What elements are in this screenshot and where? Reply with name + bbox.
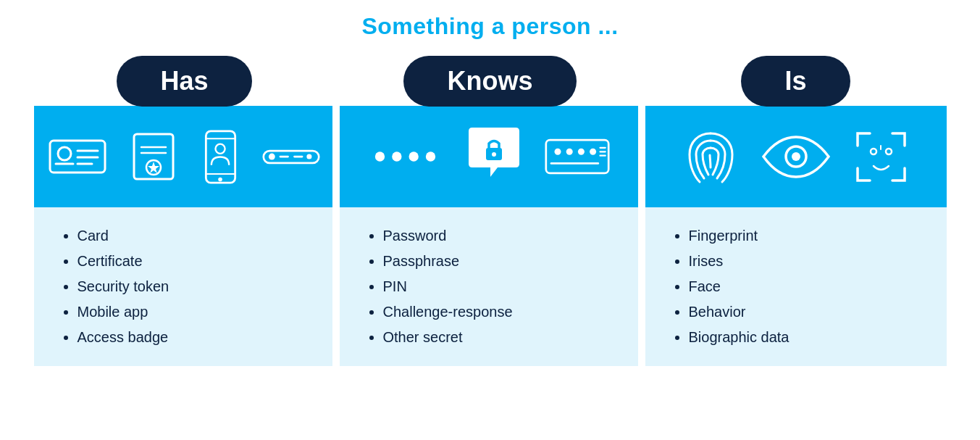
icon-area-knows <box>340 106 641 207</box>
svg-point-37 <box>792 152 800 161</box>
list-item: Face <box>689 274 918 299</box>
speech-bubble-lock-icon <box>465 128 523 186</box>
pill-knows: Knows <box>403 56 576 107</box>
svg-rect-27 <box>545 140 608 173</box>
svg-point-30 <box>577 149 584 155</box>
security-token-icon <box>262 144 320 170</box>
pin-pad-icon <box>545 138 610 175</box>
list-item: Card <box>78 223 306 249</box>
main-title: Something a person ... <box>361 13 618 40</box>
list-area-is: Fingerprint Irises Face Behavior Biograp… <box>645 207 947 366</box>
list-item: Other secret <box>383 325 612 350</box>
svg-point-28 <box>554 149 561 155</box>
svg-point-1 <box>58 147 71 160</box>
svg-point-38 <box>871 149 876 154</box>
columns-wrapper: Has <box>34 56 947 366</box>
list-item: Irises <box>689 249 918 274</box>
list-item: Fingerprint <box>689 223 918 249</box>
svg-point-15 <box>215 144 225 153</box>
pill-has: Has <box>117 56 251 107</box>
certificate-icon <box>128 131 179 182</box>
column-knows: Knows <box>340 56 641 366</box>
svg-point-20 <box>306 154 311 159</box>
icon-area-has <box>34 106 335 207</box>
list-area-has: Card Certificate Security token Mobile a… <box>34 207 335 366</box>
iris-eye-icon <box>760 133 832 180</box>
pill-is: Is <box>741 56 850 107</box>
is-list: Fingerprint Irises Face Behavior Biograp… <box>689 223 918 350</box>
list-item: Password <box>383 223 612 249</box>
list-item: Access badge <box>78 325 306 350</box>
svg-point-26 <box>492 152 496 157</box>
fingerprint-icon <box>684 128 738 186</box>
list-item: Biographic data <box>689 325 918 350</box>
svg-point-23 <box>409 151 418 161</box>
list-item: Certificate <box>78 249 306 274</box>
svg-point-29 <box>566 149 572 155</box>
svg-marker-10 <box>148 162 159 173</box>
column-is: Is <box>645 56 947 366</box>
list-item: Mobile app <box>78 299 306 325</box>
knows-list: Password Passphrase PIN Challenge-respon… <box>383 223 612 350</box>
mobile-icon <box>201 130 240 184</box>
password-dots-icon <box>371 138 443 175</box>
svg-point-24 <box>425 151 435 161</box>
svg-point-31 <box>590 149 596 155</box>
column-has: Has <box>34 56 335 366</box>
svg-point-14 <box>218 177 222 181</box>
list-area-knows: Password Passphrase PIN Challenge-respon… <box>340 207 641 366</box>
icon-area-is <box>645 106 947 207</box>
list-item: Passphrase <box>383 249 612 274</box>
svg-point-39 <box>886 149 892 154</box>
list-item: Behavior <box>689 299 918 325</box>
list-item: PIN <box>383 274 612 299</box>
list-item: Security token <box>78 274 306 299</box>
has-list: Card Certificate Security token Mobile a… <box>78 223 306 350</box>
svg-rect-6 <box>134 134 173 179</box>
svg-point-21 <box>374 151 384 161</box>
id-card-icon <box>49 135 106 178</box>
face-scan-icon <box>854 130 908 184</box>
list-item: Challenge-response <box>383 299 612 325</box>
svg-point-17 <box>269 153 275 159</box>
svg-point-22 <box>392 151 401 161</box>
